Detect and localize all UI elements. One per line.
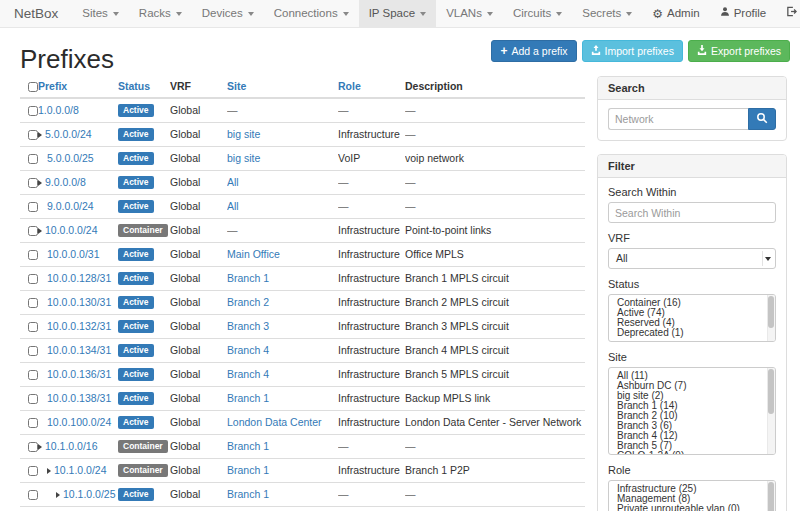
nav-item-admin[interactable]: ⚙ Admin [642, 0, 709, 27]
site-link[interactable]: Branch 3 [227, 320, 269, 332]
row-checkbox[interactable] [28, 250, 38, 260]
site-link[interactable]: Main Office [227, 248, 280, 260]
site-link[interactable]: Branch 1 [227, 272, 269, 284]
listbox-option[interactable]: COLO-1-2A (9) [609, 451, 765, 455]
row-checkbox[interactable] [28, 442, 38, 452]
row-checkbox[interactable] [28, 394, 38, 404]
nav-item-devices[interactable]: Devices [192, 0, 264, 27]
row-checkbox[interactable] [28, 370, 38, 380]
listbox-option[interactable]: Private unrouteable vlan (0) [609, 504, 765, 511]
role-listbox[interactable]: Infrastructure (25)Management (8)Private… [608, 480, 776, 511]
row-checkbox[interactable] [28, 178, 38, 188]
vrf-cell: Global [170, 387, 227, 411]
row-checkbox[interactable] [28, 202, 38, 212]
row-checkbox[interactable] [28, 346, 38, 356]
description-cell: Office MPLS [405, 243, 585, 267]
status-badge: Active [118, 320, 154, 333]
nav-item-logout[interactable]: Log out [776, 0, 800, 27]
search-button[interactable] [748, 108, 776, 130]
row-checkbox[interactable] [28, 466, 38, 476]
site-link[interactable]: All [227, 200, 239, 212]
content: Prefix Status VRF Site Role Description … [0, 76, 800, 511]
row-checkbox[interactable] [28, 106, 38, 116]
nav-item-profile[interactable]: Profile [710, 0, 777, 27]
prefix-link[interactable]: 10.0.0.138/31 [47, 392, 111, 404]
import-prefixes-button[interactable]: Import prefixes [582, 40, 683, 62]
site-cell: big site [227, 123, 338, 147]
prefix-cell: 10.0.0.136/31 [38, 363, 118, 387]
column-header-prefix[interactable]: Prefix [38, 76, 118, 98]
site-link[interactable]: big site [227, 152, 260, 164]
site-link[interactable]: Branch 1 [227, 464, 269, 476]
row-checkbox[interactable] [28, 298, 38, 308]
nav-item-sites[interactable]: Sites [72, 0, 129, 27]
row-checkbox[interactable] [28, 154, 38, 164]
prefix-link[interactable]: 10.1.0.0/24 [54, 464, 107, 476]
status-cell: Container [118, 435, 170, 459]
column-header-site[interactable]: Site [227, 76, 338, 98]
site-listbox[interactable]: All (11)Ashburn DC (7)big site (2)Branch… [608, 367, 776, 455]
search-input[interactable] [608, 108, 748, 130]
row-checkbox[interactable] [28, 274, 38, 284]
site-link[interactable]: Branch 4 [227, 368, 269, 380]
prefix-link[interactable]: 10.0.0.132/31 [47, 320, 111, 332]
column-header-status[interactable]: Status [118, 76, 170, 98]
table-row: 9.0.0.0/24ActiveGlobalAll—— [20, 195, 585, 219]
empty-value: — [338, 440, 349, 452]
prefix-link[interactable]: 9.0.0.0/24 [47, 200, 94, 212]
prefix-cell: 10.0.0.0/31 [38, 243, 118, 267]
prefix-link[interactable]: 10.0.100.0/24 [47, 416, 111, 428]
listbox-option[interactable]: Deprecated (1) [609, 328, 765, 338]
site-link[interactable]: London Data Center [227, 416, 322, 428]
status-cell: Active [118, 147, 170, 171]
row-checkbox-cell [20, 195, 38, 219]
scrollbar-thumb[interactable] [768, 482, 774, 511]
nav-item-ip-space[interactable]: IP Space [359, 0, 436, 27]
nav-item-connections[interactable]: Connections [264, 0, 359, 27]
nav-item-racks[interactable]: Racks [129, 0, 192, 27]
nav-item-vlans[interactable]: VLANs [436, 0, 503, 27]
prefix-link[interactable]: 10.0.0.0/31 [47, 248, 100, 260]
site-link[interactable]: Branch 4 [227, 344, 269, 356]
prefix-link[interactable]: 5.0.0.0/24 [45, 128, 92, 140]
vrf-select[interactable]: All [608, 248, 776, 269]
site-link[interactable]: Branch 2 [227, 296, 269, 308]
status-badge: Active [118, 248, 154, 261]
row-checkbox[interactable] [28, 130, 38, 140]
prefix-link[interactable]: 10.0.0.0/24 [45, 224, 98, 236]
status-listbox[interactable]: Container (16)Active (74)Reserved (4)Dep… [608, 294, 776, 342]
prefix-link[interactable]: 10.0.0.136/31 [47, 368, 111, 380]
add-prefix-button[interactable]: + Add a prefix [491, 40, 576, 62]
export-prefixes-button[interactable]: Export prefixes [688, 40, 790, 62]
table-row: 10.1.0.0/24ContainerGlobalBranch 1Infras… [20, 459, 585, 483]
row-checkbox[interactable] [28, 418, 38, 428]
description-cell: Branch 1 MPLS circuit [405, 267, 585, 291]
row-checkbox[interactable] [28, 322, 38, 332]
select-all-checkbox[interactable] [28, 82, 38, 92]
row-checkbox[interactable] [28, 226, 38, 236]
site-link[interactable]: big site [227, 128, 260, 140]
row-checkbox[interactable] [28, 490, 38, 500]
site-link[interactable]: All [227, 176, 239, 188]
site-label: Site [608, 351, 776, 363]
prefix-link[interactable]: 5.0.0.0/25 [47, 152, 94, 164]
prefix-link[interactable]: 10.1.0.0/25 [63, 488, 116, 500]
brand-logo[interactable]: NetBox [0, 0, 72, 27]
prefix-link[interactable]: 10.0.0.130/31 [47, 296, 111, 308]
table-row: 10.1.0.0/26ActiveGlobalBranch 1—— [20, 507, 585, 511]
search-within-input[interactable] [608, 202, 776, 223]
column-header-role[interactable]: Role [338, 76, 405, 98]
site-link[interactable]: Branch 1 [227, 440, 269, 452]
prefix-link[interactable]: 1.0.0.0/8 [38, 104, 79, 116]
prefix-link[interactable]: 9.0.0.0/8 [45, 176, 86, 188]
scrollbar-thumb[interactable] [768, 296, 774, 328]
scrollbar-thumb[interactable] [768, 369, 774, 414]
prefix-link[interactable]: 10.0.0.134/31 [47, 344, 111, 356]
nav-item-secrets[interactable]: Secrets [572, 0, 642, 27]
prefix-link[interactable]: 10.1.0.0/16 [45, 440, 98, 452]
role-cell: Infrastructure [338, 243, 405, 267]
nav-item-circuits[interactable]: Circuits [503, 0, 572, 27]
site-link[interactable]: Branch 1 [227, 392, 269, 404]
site-link[interactable]: Branch 1 [227, 488, 269, 500]
prefix-link[interactable]: 10.0.0.128/31 [47, 272, 111, 284]
